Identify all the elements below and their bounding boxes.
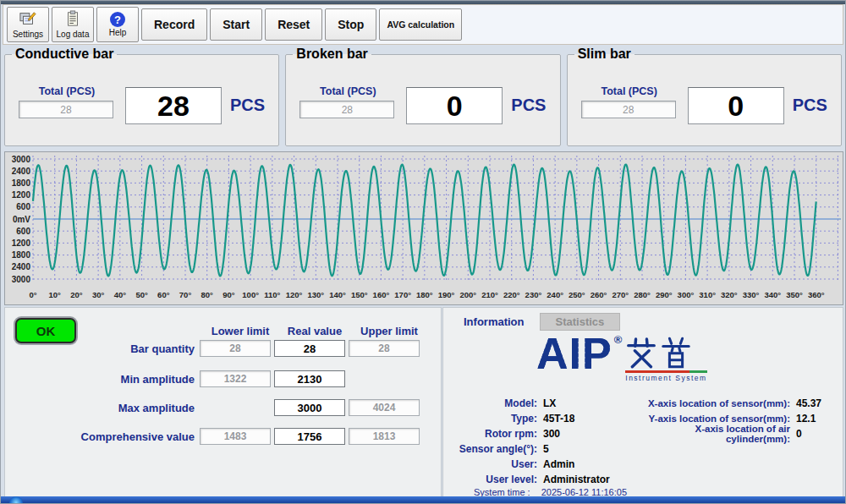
comprehensive-value-label: Comprehensive value bbox=[5, 430, 200, 443]
x-axis-tick-label: 30° bbox=[92, 290, 104, 299]
conductive-bar-panel: Conductive bar Total (PCS) 28 28 PCS bbox=[4, 47, 279, 146]
counter-panels: Conductive bar Total (PCS) 28 28 PCS Bro… bbox=[4, 47, 842, 146]
info-tab-bar: Information Statistics bbox=[448, 313, 620, 331]
slim-total-field: 28 bbox=[581, 101, 676, 118]
user-level-value: Administrator bbox=[543, 474, 610, 485]
record-button[interactable]: Record bbox=[141, 8, 207, 41]
conductive-count-display: 28 bbox=[125, 87, 222, 124]
pcs-unit-label: PCS bbox=[230, 96, 265, 115]
x-axis-tick-label: 0° bbox=[29, 290, 36, 299]
x-axis-tick-label: 290° bbox=[656, 290, 673, 299]
y-axis-tick-label: 1800 bbox=[5, 178, 30, 188]
type-value: 45T-18 bbox=[543, 413, 574, 425]
settings-button[interactable]: Settings bbox=[7, 7, 49, 42]
type-label: Type: bbox=[448, 413, 537, 425]
cjk-glyph-ai bbox=[625, 337, 657, 369]
y-axis-tick-label: 1200 bbox=[5, 190, 30, 200]
slim-bar-panel: Slim bar Total (PCS) 28 0 PCS bbox=[567, 47, 842, 146]
x-axis-tick-label: 70° bbox=[179, 290, 191, 299]
sensor-angle-value: 5 bbox=[543, 443, 549, 455]
x-axis-tick-label: 150° bbox=[351, 290, 368, 299]
x-axis-tick-label: 10° bbox=[49, 290, 61, 299]
aip-logo-text: AIP bbox=[536, 333, 613, 374]
logo-accent-line bbox=[625, 370, 706, 373]
x-axis-tick-label: 190° bbox=[438, 290, 455, 299]
start-orb-icon[interactable] bbox=[9, 496, 23, 503]
broken-bar-title: Broken bar bbox=[293, 47, 371, 62]
air-cylinder-x-label: X-axis location of air cylinder(mm): bbox=[633, 424, 790, 444]
upper-limit-header: Upper limit bbox=[354, 325, 425, 337]
y-axis-tick-label: 0mV bbox=[5, 215, 30, 224]
pcs-unit-label: PCS bbox=[793, 96, 827, 115]
y-axis-tick-label: 2400 bbox=[5, 167, 30, 176]
limits-header-row: Lower limit Real value Upper limit bbox=[205, 325, 425, 337]
model-label: Model: bbox=[448, 397, 537, 409]
stop-button[interactable]: Stop bbox=[325, 8, 376, 41]
help-icon: ? bbox=[110, 12, 125, 27]
x-axis-tick-label: 130° bbox=[307, 290, 324, 299]
x-axis-tick-label: 50° bbox=[135, 290, 147, 299]
sensor-y-value: 12.1 bbox=[796, 413, 816, 425]
bar-quantity-upper-field: 28 bbox=[349, 340, 420, 357]
comprehensive-value-row: Comprehensive value 1483 1756 1813 bbox=[5, 428, 420, 445]
avg-calculation-button[interactable]: AVG calculation bbox=[379, 8, 462, 41]
y-axis-tick-label: 1200 bbox=[5, 238, 30, 248]
log-data-icon bbox=[63, 10, 82, 29]
y-axis-tick-label: 1800 bbox=[5, 250, 30, 260]
toolbar: Settings Log data ? Help Record Start Re… bbox=[3, 4, 843, 45]
tab-statistics[interactable]: Statistics bbox=[540, 313, 621, 331]
sensor-x-label: X-axis location of sensor(mm): bbox=[633, 398, 790, 408]
x-axis-tick-label: 160° bbox=[373, 290, 390, 299]
broken-bar-panel: Broken bar Total (PCS) 28 0 PCS bbox=[285, 47, 560, 146]
x-axis-tick-label: 60° bbox=[157, 290, 169, 299]
user-value: Admin bbox=[543, 458, 574, 470]
max-amplitude-label: Max amplitude bbox=[5, 402, 200, 414]
comprehensive-upper-field: 1813 bbox=[349, 428, 420, 445]
comprehensive-real-field: 1756 bbox=[274, 428, 345, 445]
total-pcs-label: Total (PCS) bbox=[301, 85, 394, 97]
y-axis-tick-label: 3000 bbox=[5, 155, 30, 164]
bar-quantity-lower-field: 28 bbox=[200, 340, 271, 357]
x-axis-tick-label: 250° bbox=[569, 290, 585, 299]
reset-button[interactable]: Reset bbox=[265, 8, 322, 41]
aip-logo: AIP ® bbox=[536, 333, 707, 382]
cjk-glyph-pu bbox=[660, 337, 692, 369]
bar-quantity-row: Bar quantity 28 28 28 bbox=[5, 340, 420, 357]
x-axis-tick-label: 110° bbox=[264, 290, 280, 299]
x-axis-tick-label: 180° bbox=[416, 290, 433, 299]
sensor-x-value: 45.37 bbox=[796, 397, 821, 409]
results-panel: OK Lower limit Real value Upper limit Ba… bbox=[4, 307, 442, 498]
x-axis-tick-label: 120° bbox=[286, 290, 303, 299]
model-value: LX bbox=[543, 397, 556, 409]
x-axis-tick-label: 20° bbox=[70, 290, 82, 299]
real-value-header: Real value bbox=[279, 325, 350, 337]
os-taskbar[interactable] bbox=[1, 496, 845, 503]
x-axis-tick-label: 200° bbox=[459, 290, 476, 299]
x-axis-tick-label: 350° bbox=[786, 290, 803, 299]
y-axis-tick-label: 2400 bbox=[5, 262, 30, 271]
log-data-button[interactable]: Log data bbox=[52, 7, 94, 42]
x-axis-tick-label: 360° bbox=[808, 290, 825, 299]
x-axis-tick-label: 270° bbox=[612, 290, 629, 299]
start-button[interactable]: Start bbox=[210, 8, 262, 41]
x-axis-tick-label: 320° bbox=[721, 290, 738, 299]
sensor-y-label: Y-axis location of sensor(mm): bbox=[633, 414, 790, 424]
conductive-bar-title: Conductive bar bbox=[12, 47, 117, 62]
lower-limit-header: Lower limit bbox=[205, 325, 276, 337]
x-axis-tick-label: 280° bbox=[634, 290, 651, 299]
help-button[interactable]: ? Help bbox=[96, 7, 139, 42]
waveform-chart: 30002400180012006000mV600120018002400300… bbox=[4, 151, 843, 305]
slim-count-display: 0 bbox=[688, 87, 784, 124]
x-axis-tick-label: 330° bbox=[743, 290, 760, 299]
x-axis-tick-label: 140° bbox=[329, 290, 346, 299]
aip-logo-cjk-block: Instrument System bbox=[625, 337, 706, 382]
user-level-label: User level: bbox=[448, 474, 537, 485]
x-axis-tick-label: 40° bbox=[114, 290, 126, 299]
tab-information[interactable]: Information bbox=[448, 313, 540, 331]
registered-trademark-icon: ® bbox=[614, 333, 623, 346]
x-axis-tick-label: 260° bbox=[591, 290, 607, 299]
x-axis-tick-label: 220° bbox=[503, 290, 520, 299]
sensor-angle-label: Sensor angle(°): bbox=[448, 443, 537, 455]
conductive-total-field: 28 bbox=[19, 101, 113, 118]
user-label: User: bbox=[448, 458, 537, 470]
